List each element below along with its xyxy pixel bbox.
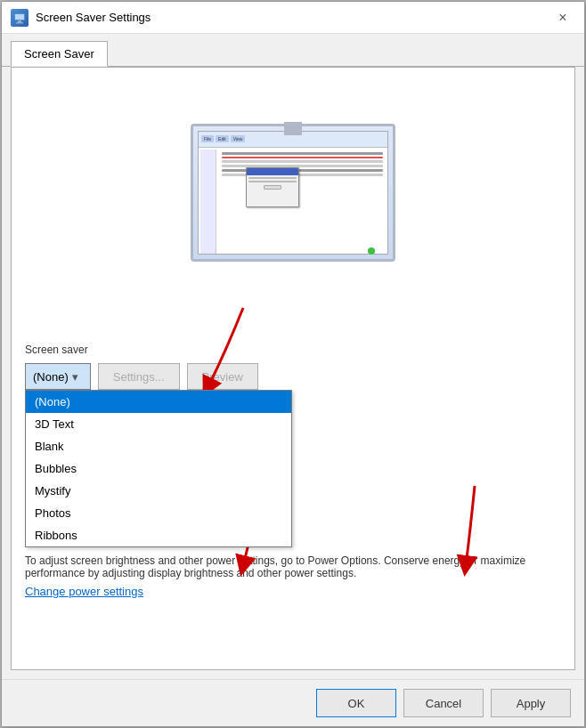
monitor-screen: File Edit View: [191, 124, 395, 262]
power-mgmt-description: To adjust screen brightness and other po…: [25, 554, 561, 579]
screen-dialog-title-bar: [247, 168, 298, 175]
monitor-preview: File Edit View: [182, 124, 404, 288]
btn-group: Settings... Preview: [98, 363, 258, 390]
dialog-icon: [11, 9, 28, 27]
screen-saver-dropdown[interactable]: (None) ▾: [25, 363, 91, 390]
dropdown-container: (None) ▾ (None) 3D Text Blank Bubbles My…: [25, 363, 91, 390]
svg-rect-1: [15, 14, 24, 20]
svg-rect-2: [18, 20, 21, 22]
ribbon-tab-1: File: [201, 135, 214, 142]
dropdown-row: (None) ▾ (None) 3D Text Blank Bubbles My…: [25, 363, 561, 390]
close-button[interactable]: ×: [550, 5, 575, 30]
title-bar: Screen Saver Settings ×: [2, 2, 584, 34]
dropdown-item-mystify[interactable]: Mystify: [26, 480, 291, 502]
svg-rect-3: [16, 22, 23, 24]
bottom-bar: OK Cancel Apply: [2, 679, 584, 726]
tab-screen-saver[interactable]: Screen Saver: [11, 41, 108, 67]
ok-button[interactable]: OK: [316, 689, 396, 717]
ribbon-tab-3: View: [231, 135, 246, 142]
dropdown-item-ribbons[interactable]: Ribbons: [26, 524, 291, 546]
monitor-screen-inner: File Edit View: [193, 126, 393, 259]
dropdown-item-photos[interactable]: Photos: [26, 502, 291, 524]
preview-button[interactable]: Preview: [187, 363, 258, 390]
settings-button[interactable]: Settings...: [98, 363, 180, 390]
dropdown-selected-text: (None): [33, 370, 69, 384]
dropdown-item-none[interactable]: (None): [26, 391, 291, 413]
dropdown-item-bubbles[interactable]: Bubbles: [26, 457, 291, 480]
cancel-button[interactable]: Cancel: [403, 689, 484, 717]
screen-text-line: [222, 157, 383, 158]
tab-bar: Screen Saver: [2, 34, 584, 67]
dropdown-popup: (None) 3D Text Blank Bubbles Mystify Pho…: [25, 390, 292, 547]
screen-dialog-line: [248, 181, 297, 182]
screen-dialog: [246, 167, 299, 207]
screen-saver-label: Screen saver: [25, 344, 561, 356]
screen-dialog-line: [248, 177, 297, 179]
dropdown-row-wrapper: (None) ▾ (None) 3D Text Blank Bubbles My…: [25, 363, 561, 598]
screen-text-line: [222, 160, 383, 163]
screen-dialog-body: [247, 175, 298, 191]
dropdown-item-blank[interactable]: Blank: [26, 435, 291, 457]
ribbon-tab-2: Edit: [216, 135, 229, 142]
monitor-indicator: [368, 247, 375, 255]
screen-content-area: [219, 150, 386, 181]
preview-container: File Edit View: [25, 81, 561, 330]
monitor-screen-content: File Edit View: [198, 131, 388, 255]
content-area: File Edit View: [11, 67, 575, 670]
change-power-settings-link[interactable]: Change power settings: [25, 585, 143, 598]
dropdown-item-3dtext[interactable]: 3D Text: [26, 413, 291, 435]
screen-text-line: [222, 152, 383, 155]
screen-dialog-btn: [264, 185, 281, 190]
power-mgmt-section: To adjust screen brightness and other po…: [25, 554, 561, 598]
dropdown-arrow-icon: ▾: [69, 369, 83, 384]
apply-button[interactable]: Apply: [491, 689, 571, 717]
dialog-title: Screen Saver Settings: [36, 11, 550, 24]
screen-main: [219, 150, 386, 255]
screen-body: [199, 148, 387, 255]
screen-saver-dialog: Screen Saver Settings × Screen Saver Fil…: [1, 1, 585, 727]
power-mgmt-text-2: rmance by adjusting display brightness a…: [49, 567, 356, 579]
monitor-stand: [284, 122, 302, 135]
screen-sidebar: [200, 150, 216, 255]
